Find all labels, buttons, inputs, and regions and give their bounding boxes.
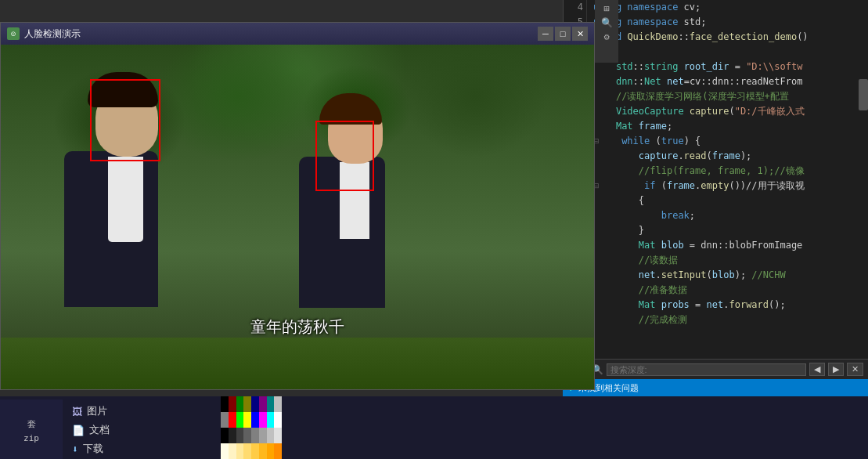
swatch xyxy=(229,443,236,459)
swatch xyxy=(251,428,259,443)
download-icon: ⬇ xyxy=(72,443,78,455)
code-line: net.setInput(blob); //NCHW xyxy=(593,268,862,283)
code-line: capture.read(frame); xyxy=(593,149,862,164)
code-line: { xyxy=(593,193,862,208)
code-line: } xyxy=(593,223,862,238)
swatch xyxy=(251,443,259,459)
video-title: 人脸检测演示 xyxy=(24,27,538,41)
swatch xyxy=(274,412,282,428)
code-line: break; xyxy=(593,208,862,223)
swatch xyxy=(229,396,236,412)
swatch xyxy=(221,428,229,443)
code-line: Mat probs = net.forward(); xyxy=(593,298,862,313)
code-content: using namespace cv; using namespace std;… xyxy=(587,0,868,396)
taskbar: 套 zip 🖼 图片 📄 文档 ⬇ 下载 ♪ 音乐 xyxy=(0,396,868,459)
code-line: //flip(frame, frame, 1);//镜像 xyxy=(593,164,862,179)
code-line: //准备数据 xyxy=(593,283,862,298)
face-box-1 xyxy=(90,79,160,161)
vertical-scrollbar[interactable] xyxy=(859,0,868,396)
docs-label: 文档 xyxy=(89,423,110,437)
swatch xyxy=(274,396,282,412)
code-line: std::string root_dir = "D:\\softw xyxy=(593,60,862,74)
search-back-button[interactable]: ◀ xyxy=(809,363,825,376)
code-line: //读数据 xyxy=(593,253,862,268)
sidebar-icon-1: ⊞ xyxy=(603,3,609,14)
swatch xyxy=(243,396,251,412)
sidebar-icon-2: 🔍 xyxy=(601,17,613,28)
swatch xyxy=(274,428,282,443)
video-titlebar-icon: ☺ xyxy=(7,27,20,40)
swatch xyxy=(229,412,236,428)
swatch xyxy=(236,428,244,443)
taskbar-item-images[interactable]: 🖼 图片 xyxy=(69,403,113,420)
code-line: ⊟void QuickDemo::face_detection_demo() xyxy=(593,30,862,45)
swatch xyxy=(267,412,275,428)
icon-sidebar: ⊞ 🔍 ⚙ xyxy=(595,0,618,63)
person2-hair xyxy=(319,93,382,125)
swatch xyxy=(221,443,229,459)
code-line: Mat frame; xyxy=(593,119,862,134)
color-swatches xyxy=(221,396,282,459)
swatch xyxy=(243,412,251,428)
minimize-button[interactable]: ─ xyxy=(538,27,553,41)
status-bar: ✓ 未找到相关问题 xyxy=(563,379,868,396)
code-line: ⊟ if (frame.empty())//用于读取视 xyxy=(593,179,862,193)
images-label: 图片 xyxy=(87,404,107,418)
video-content: 童年的荡秋千 xyxy=(1,45,594,389)
taskbar-app2: zip xyxy=(23,433,39,443)
search-input[interactable] xyxy=(607,363,807,376)
code-line: dnn::Net net=cv::dnn::readNetFrom xyxy=(593,74,862,89)
video-titlebar: ☺ 人脸检测演示 ─ □ ✕ xyxy=(1,23,594,45)
taskbar-item-docs[interactable]: 📄 文档 xyxy=(69,421,113,439)
doc-icon: 📄 xyxy=(72,425,85,436)
swatch xyxy=(259,428,267,443)
swatch xyxy=(243,443,251,459)
image-icon: 🖼 xyxy=(72,406,82,417)
swatch xyxy=(251,412,259,428)
downloads-label: 下载 xyxy=(83,442,103,456)
code-line: //读取深度学习网络(深度学习模型+配置 xyxy=(593,89,862,104)
search-forward-button[interactable]: ▶ xyxy=(828,363,844,376)
video-window: ☺ 人脸检测演示 ─ □ ✕ xyxy=(0,22,595,390)
code-line: //完成检测 xyxy=(593,313,862,327)
subtitle: 童年的荡秋千 xyxy=(250,316,344,338)
video-scene: 童年的荡秋千 xyxy=(1,45,594,389)
swatch xyxy=(259,412,267,428)
taskbar-left: 套 zip xyxy=(0,399,63,459)
swatch xyxy=(274,443,282,459)
code-line: ⊟ while (true) { xyxy=(593,134,862,149)
swatch xyxy=(236,443,244,459)
code-line: { xyxy=(593,45,862,60)
swatch xyxy=(221,396,229,412)
swatch xyxy=(221,412,229,428)
find-bar: ↕+E) 🔍 ◀ ▶ ✕ xyxy=(563,359,868,379)
sidebar-icon-3: ⚙ xyxy=(603,31,609,42)
taskbar-item-downloads[interactable]: ⬇ 下载 xyxy=(69,440,113,457)
swatch xyxy=(267,443,275,459)
person1-shirt xyxy=(108,157,143,241)
code-line: using namespace std; xyxy=(593,15,862,30)
swatch xyxy=(236,396,244,412)
swatch xyxy=(259,396,267,412)
titlebar-controls: ─ □ ✕ xyxy=(538,27,588,41)
swatch xyxy=(243,428,251,443)
swatch xyxy=(267,428,275,443)
taskbar-app1: 套 xyxy=(27,418,36,430)
swatch xyxy=(259,443,267,459)
close-button[interactable]: ✕ xyxy=(572,27,588,41)
swatch xyxy=(229,428,236,443)
face-box-2 xyxy=(315,121,374,191)
search-close-button[interactable]: ✕ xyxy=(847,363,863,376)
swatch xyxy=(251,396,259,412)
taskbar-icons: 🖼 图片 📄 文档 ⬇ 下载 ♪ 音乐 xyxy=(63,399,119,459)
code-line: VideoCapture capture("D:/千峰嵌入式 xyxy=(593,104,862,119)
code-line: Mat blob = dnn::blobFromImage xyxy=(593,238,862,253)
scrollbar-thumb[interactable] xyxy=(859,79,868,110)
swatch xyxy=(267,396,275,412)
maximize-button[interactable]: □ xyxy=(555,27,571,41)
swatch xyxy=(236,412,244,428)
code-line: using namespace cv; xyxy=(593,0,862,15)
